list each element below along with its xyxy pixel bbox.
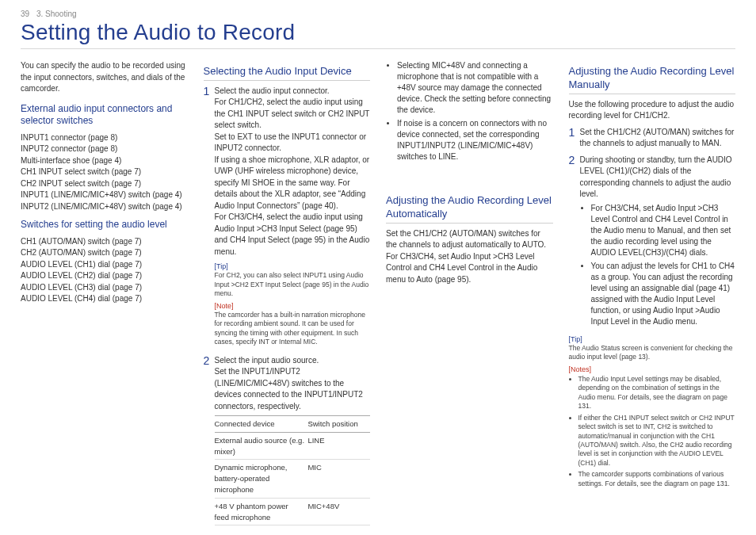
list-item: You can adjust the levels for CH1 to CH4…: [591, 261, 736, 327]
step-body: Select the audio input connector. For CH…: [215, 86, 371, 258]
intro-text: You can specify the audio to be recorded…: [21, 60, 188, 95]
heading-select-device: Selecting the Audio Input Device: [204, 65, 371, 81]
step-1: 1 Set the CH1/CH2 (AUTO/MAN) switches fo…: [569, 127, 736, 150]
list-item: The Audio Input Level settings may be di…: [578, 375, 736, 411]
page-header: 39 3. Shooting: [21, 10, 735, 18]
list-item: For CH3/CH4, set Audio Input >CH3 Level …: [591, 203, 736, 258]
step-2: 2 Select the input audio source. Set the…: [204, 355, 371, 526]
table-row: External audio source (e.g. mixer)LINE: [215, 432, 371, 460]
heading-external-connectors: External audio input connectors and sele…: [21, 103, 188, 128]
step-body: Select the input audio source. Set the I…: [215, 355, 371, 526]
manual-page: 39 3. Shooting Setting the Audio to Reco…: [0, 0, 756, 535]
th-device: Connected device: [215, 416, 308, 433]
auto-level-text: Set the CH1/CH2 (AUTO/MAN) switches for …: [386, 228, 553, 286]
heading-level-switches: Switches for setting the audio level: [21, 219, 188, 231]
list-item: If noise is a concern on connectors with…: [397, 118, 553, 162]
heading-auto-level: Adjusting the Audio Recording Level Auto…: [386, 194, 553, 224]
tip-text: The Audio Status screen is convenient fo…: [569, 344, 736, 362]
notes-label: [Notes]: [569, 365, 736, 373]
step-1: 1 Select the audio input connector. For …: [204, 86, 371, 258]
heading-manual-level: Adjusting the Audio Recording Level Manu…: [569, 65, 736, 94]
note-text: The camcorder has a built-in narration m…: [215, 311, 371, 347]
step-body: During shooting or standby, turn the AUD…: [580, 155, 736, 331]
page-number: 39: [21, 10, 29, 18]
switches-list: CH1 (AUTO/MAN) switch (page 7) CH2 (AUTO…: [21, 236, 188, 305]
connectors-list: INPUT1 connector (page 8) INPUT2 connect…: [21, 132, 188, 213]
step-text: During shooting or standby, turn the AUD…: [580, 155, 736, 201]
list-item: If either the CH1 INPUT select switch or…: [578, 414, 736, 468]
warning-bullets: Selecting MIC+48V and connecting a micro…: [386, 60, 553, 162]
step-number: 2: [569, 155, 580, 331]
table-header-row: Connected device Switch position: [215, 416, 371, 433]
step-number: 1: [204, 86, 215, 258]
step-number: 2: [204, 355, 215, 526]
th-position: Switch position: [307, 416, 370, 433]
list-item: The camcorder supports combinations of v…: [578, 470, 736, 488]
tip-text: For CH2, you can also select INPUT1 usin…: [215, 271, 371, 298]
notes-list: The Audio Input Level settings may be di…: [569, 375, 736, 489]
column-4: Adjusting the Audio Recording Level Manu…: [569, 60, 736, 530]
device-table: Connected device Switch position Externa…: [215, 415, 371, 525]
tip-label: [Tip]: [215, 262, 371, 270]
table-row: Dynamic microphone, battery-operated mic…: [215, 460, 371, 498]
list-item: Selecting MIC+48V and connecting a micro…: [397, 60, 553, 116]
page-title: Setting the Audio to Record: [21, 20, 735, 49]
tip-label: [Tip]: [569, 335, 736, 343]
table-row: +48 V phantom power feed microphoneMIC+4…: [215, 498, 371, 525]
note-label: [Note]: [215, 302, 371, 310]
column-3: Selecting MIC+48V and connecting a micro…: [386, 60, 553, 530]
step-2: 2 During shooting or standby, turn the A…: [569, 155, 736, 331]
column-layout: You can specify the audio to be recorded…: [21, 60, 735, 530]
step-text: Select the input audio source. Set the I…: [215, 355, 371, 413]
column-2: Selecting the Audio Input Device 1 Selec…: [204, 60, 371, 530]
step-sub-bullets: For CH3/CH4, set Audio Input >CH3 Level …: [580, 203, 736, 327]
column-1: You can specify the audio to be recorded…: [21, 60, 188, 530]
step-body: Set the CH1/CH2 (AUTO/MAN) switches for …: [580, 127, 736, 150]
manual-intro: Use the following procedure to adjust th…: [569, 99, 736, 122]
section-breadcrumb: 3. Shooting: [36, 10, 77, 18]
step-number: 1: [569, 127, 580, 150]
